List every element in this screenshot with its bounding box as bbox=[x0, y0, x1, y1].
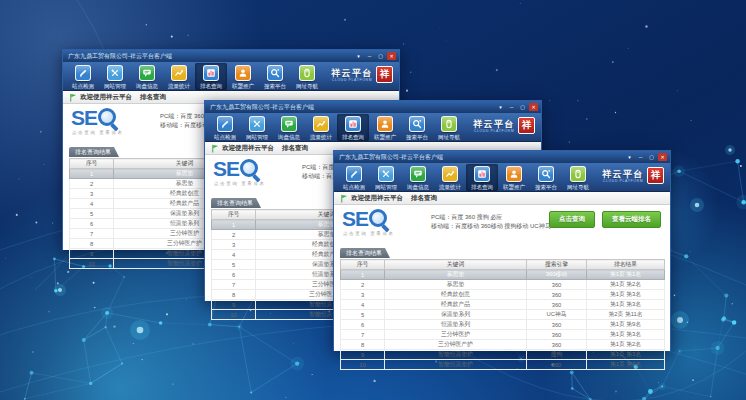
brand-badge-icon: 祥 bbox=[647, 167, 664, 184]
toolbar-item-search-platform[interactable]: 搜索平台 bbox=[530, 164, 562, 191]
bar-chart-icon bbox=[203, 65, 219, 81]
toolbar-item-site-nav[interactable]: 网址导航 bbox=[291, 63, 323, 90]
tools-icon bbox=[378, 166, 394, 182]
toolbar-item-label: 网址导航 bbox=[438, 134, 460, 141]
toolbar-item-rank-query[interactable]: 排名查询 bbox=[466, 164, 498, 191]
query-button[interactable]: 点击查询 bbox=[549, 211, 595, 228]
toolbar-item-label: 询盘信息 bbox=[407, 184, 429, 191]
toolbar-item-label: 网站管理 bbox=[104, 83, 126, 90]
seo-header-row: SE 点击查询 查看排名 PC端：百度 360 搜狗 必应 移动端：百度移动 3… bbox=[334, 205, 670, 241]
cell-keyword: 三分钟医护 bbox=[385, 330, 527, 340]
toolbar-item-site-manage[interactable]: 网站管理 bbox=[370, 164, 402, 191]
table-row[interactable]: 3经典款创意360第1页 第3名 bbox=[341, 290, 665, 300]
window-title: 广东九鼎工贸有限公司-祥云平台客户端 bbox=[339, 153, 625, 162]
close-button[interactable]: ✕ bbox=[387, 52, 396, 60]
toolbar-item-search-platform[interactable]: 搜索平台 bbox=[401, 114, 433, 141]
brand-badge-icon: 祥 bbox=[376, 66, 393, 83]
green-flag-icon bbox=[340, 194, 348, 203]
window-content: SE 点击查询 查看排名 PC端：百度 360 搜狗 必应 移动端：百度移动 3… bbox=[334, 205, 670, 351]
toolbar-item-site-check[interactable]: 站点检测 bbox=[338, 164, 370, 191]
window-titlebar[interactable]: 广东九鼎工贸有限公司-祥云平台客户端 ▾─▢✕ bbox=[63, 50, 399, 62]
minimize-button[interactable]: ─ bbox=[507, 103, 516, 111]
cell-no: 7 bbox=[212, 280, 256, 290]
cell-result: 第1页 第3名 bbox=[587, 330, 665, 340]
desktop-background: 广东九鼎工贸有限公司-祥云平台客户端 ▾─▢✕ 站点检测网站管理询盘信息流量统计… bbox=[0, 0, 746, 400]
toolbar-item-rank-query[interactable]: 排名查询 bbox=[337, 114, 369, 141]
maximize-button[interactable]: ▢ bbox=[647, 153, 656, 161]
cell-no: 2 bbox=[70, 179, 114, 189]
toolbar-item-promotion[interactable]: 联盟推广 bbox=[369, 114, 401, 141]
toolbar-item-site-check[interactable]: 站点检测 bbox=[67, 63, 99, 90]
toolbar-item-label: 网站管理 bbox=[246, 134, 268, 141]
toolbar-item-site-nav[interactable]: 网址导航 bbox=[562, 164, 594, 191]
cell-no: 6 bbox=[212, 270, 256, 280]
table-row[interactable]: 1慕思垫360移动第1页 第1名 bbox=[341, 270, 665, 280]
cell-no: 2 bbox=[341, 280, 385, 290]
toolbar-item-site-nav[interactable]: 网址导航 bbox=[433, 114, 465, 141]
toolbar-item-label: 询盘信息 bbox=[278, 134, 300, 141]
toolbar-item-traffic-stats[interactable]: 流量统计 bbox=[163, 63, 195, 90]
pencil-icon bbox=[346, 166, 362, 182]
results-tab[interactable]: 排名查询结果 bbox=[211, 198, 261, 208]
window-titlebar[interactable]: 广东九鼎工贸有限公司-祥云平台客户端 ▾─▢✕ bbox=[334, 151, 670, 163]
welcome-bar: 欢迎使用祥云平台 排名查询 bbox=[334, 192, 670, 205]
window-controls: ▾─▢✕ bbox=[354, 52, 396, 60]
pencil-icon bbox=[75, 65, 91, 81]
tools-icon bbox=[249, 116, 265, 132]
cell-keyword: 经典款产品 bbox=[385, 300, 527, 310]
skin-button[interactable]: ▾ bbox=[496, 103, 505, 111]
toolbar-item-promotion[interactable]: 联盟推广 bbox=[498, 164, 530, 191]
toolbar-item-site-check[interactable]: 站点检测 bbox=[209, 114, 241, 141]
column-header: 序号 bbox=[212, 210, 256, 220]
main-toolbar: 站点检测网站管理询盘信息流量统计排名查询联盟推广搜索平台网址导航 祥云平台 CL… bbox=[334, 163, 670, 192]
toolbar-item-label: 站点检测 bbox=[72, 83, 94, 90]
table-row[interactable]: 2慕思垫360第1页 第2名 bbox=[341, 280, 665, 290]
toolbar-item-search-platform[interactable]: 搜索平台 bbox=[259, 63, 291, 90]
cell-result: 第1页 第2名 bbox=[587, 340, 665, 350]
minimize-button[interactable]: ─ bbox=[636, 153, 645, 161]
toolbar-item-inquiry-info[interactable]: 询盘信息 bbox=[273, 114, 305, 141]
maximize-button[interactable]: ▢ bbox=[376, 52, 385, 60]
table-row[interactable]: 6恒温垫系列360第1页 第9名 bbox=[341, 320, 665, 330]
main-toolbar: 站点检测网站管理询盘信息流量统计排名查询联盟推广搜索平台网址导航 祥云平台 CL… bbox=[63, 62, 399, 91]
cell-no: 5 bbox=[212, 260, 256, 270]
cell-engine: 360移动 bbox=[527, 270, 587, 280]
toolbar-item-label: 搜索平台 bbox=[406, 134, 428, 141]
table-row[interactable]: 9智能恒温垫护搜狗第1页 第3名 bbox=[341, 350, 665, 360]
cell-engine: 360 bbox=[527, 320, 587, 330]
minimize-button[interactable]: ─ bbox=[365, 52, 374, 60]
results-tab[interactable]: 排名查询结果 bbox=[340, 248, 390, 258]
toolbar-item-traffic-stats[interactable]: 流量统计 bbox=[305, 114, 337, 141]
toolbar-item-site-manage[interactable]: 网站管理 bbox=[241, 114, 273, 141]
toolbar-item-inquiry-info[interactable]: 询盘信息 bbox=[402, 164, 434, 191]
toolbar-item-site-manage[interactable]: 网站管理 bbox=[99, 63, 131, 90]
toolbar-item-promotion[interactable]: 联盟推广 bbox=[227, 63, 259, 90]
toolbar-item-inquiry-info[interactable]: 询盘信息 bbox=[131, 63, 163, 90]
toolbar-item-label: 搜索平台 bbox=[264, 83, 286, 90]
column-header: 搜索引擎 bbox=[527, 260, 587, 270]
green-flag-icon bbox=[69, 93, 77, 102]
table-row[interactable]: 4经典款产品360第1页 第3名 bbox=[341, 300, 665, 310]
brand-title: 祥云平台 bbox=[473, 119, 515, 129]
close-button[interactable]: ✕ bbox=[658, 153, 667, 161]
skin-button[interactable]: ▾ bbox=[625, 153, 634, 161]
cloud-rank-button[interactable]: 查看云端排名 bbox=[602, 211, 661, 228]
people-icon bbox=[506, 166, 522, 182]
app-window-3: 广东九鼎工贸有限公司-祥云平台客户端 ▾─▢✕ 站点检测网站管理询盘信息流量统计… bbox=[333, 150, 671, 351]
close-button[interactable]: ✕ bbox=[529, 103, 538, 111]
toolbar-item-label: 站点检测 bbox=[214, 134, 236, 141]
table-row[interactable]: 5保温垫系列UC神马第2页 第11名 bbox=[341, 310, 665, 320]
skin-button[interactable]: ▾ bbox=[354, 52, 363, 60]
rank-results-table: 序号关键词搜索引擎排名结果 1慕思垫360移动第1页 第1名2慕思垫360第1页… bbox=[340, 259, 665, 370]
window-titlebar[interactable]: 广东九鼎工贸有限公司-祥云平台客户端 ▾─▢✕ bbox=[205, 101, 541, 113]
table-row[interactable]: 7三分钟医护360第1页 第3名 bbox=[341, 330, 665, 340]
toolbar-item-rank-query[interactable]: 排名查询 bbox=[195, 63, 227, 90]
maximize-button[interactable]: ▢ bbox=[518, 103, 527, 111]
magnifier-logo-icon bbox=[98, 107, 120, 131]
table-row[interactable]: 8三分钟医产护360第1页 第2名 bbox=[341, 340, 665, 350]
results-tab[interactable]: 排名查询结果 bbox=[69, 147, 119, 157]
table-row[interactable]: 10智能恒温垫护360第1页 第3名 bbox=[341, 360, 665, 370]
cell-no: 8 bbox=[341, 340, 385, 350]
toolbar-item-traffic-stats[interactable]: 流量统计 bbox=[434, 164, 466, 191]
mouse-icon bbox=[570, 166, 586, 182]
